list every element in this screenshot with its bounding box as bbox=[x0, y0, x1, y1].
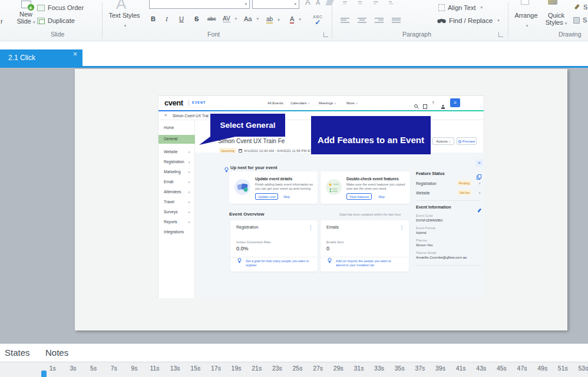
actions-button[interactable]: Actions ∨ bbox=[432, 137, 454, 145]
kebab-menu-icon[interactable]: ⋮ bbox=[308, 225, 313, 230]
grow-font-button[interactable]: A bbox=[305, 0, 310, 6]
tab-notes[interactable]: Notes bbox=[45, 348, 68, 358]
timeline-playhead[interactable] bbox=[41, 371, 47, 377]
numbering-icon[interactable] bbox=[356, 0, 371, 9]
close-icon[interactable]: × bbox=[73, 51, 77, 58]
overview-card-emails: Emails ⋮ Emails Sent 0 Add (or import) t… bbox=[321, 220, 409, 272]
shape-outline-button[interactable]: S bbox=[573, 4, 587, 11]
feature-row-registration[interactable]: Registration Pending ∨ bbox=[416, 180, 482, 187]
duplicate-button[interactable]: Duplicate bbox=[37, 17, 75, 24]
skip-button[interactable]: Skip bbox=[378, 195, 385, 199]
chevron-down-icon: ∨ bbox=[188, 160, 190, 164]
dropdown-icon: ▾ bbox=[33, 20, 35, 24]
spell-check-button[interactable]: ABC ✓ bbox=[313, 13, 323, 25]
nav-calendars[interactable]: Calendars∨ bbox=[290, 101, 310, 105]
bullets-icon[interactable] bbox=[341, 0, 355, 9]
registration-tip-link[interactable]: Set a goal for how many people you want … bbox=[246, 259, 309, 263]
nav-meetings[interactable]: Meetings∨ bbox=[319, 101, 336, 105]
shape-fill-button[interactable]: S bbox=[573, 16, 587, 24]
decrease-indent-icon[interactable] bbox=[371, 0, 386, 9]
clear-formatting-icon[interactable] bbox=[325, 0, 333, 5]
sidebar-item-travel[interactable]: Travel∨ bbox=[158, 198, 195, 207]
quick-styles-button[interactable]: Quick Styles▾ bbox=[543, 12, 569, 27]
chevron-down-icon: ∨ bbox=[188, 170, 190, 174]
shadow-button[interactable]: S bbox=[194, 15, 199, 22]
editor-canvas: cvent | EVENT All Events Calendars∨ Meet… bbox=[0, 68, 588, 343]
tab-states[interactable]: States bbox=[5, 348, 30, 358]
timeline-tick-label: 53s bbox=[573, 365, 588, 372]
update-now-button[interactable]: Update now bbox=[255, 193, 278, 200]
slide-tab-2-1-click[interactable]: 2.1 Click × bbox=[0, 49, 82, 66]
chevron-down-icon: ∨ bbox=[188, 190, 190, 194]
align-right-button[interactable] bbox=[375, 15, 392, 26]
cvent-sidebar: Home General Website∨ Registration∨ Mark… bbox=[158, 120, 195, 298]
timeline-tick-label: 17s bbox=[206, 365, 226, 372]
callout-tail bbox=[194, 135, 242, 145]
font-size-combobox[interactable]: ▾ bbox=[252, 0, 299, 9]
chevron-down-icon[interactable]: ∨ bbox=[478, 181, 481, 185]
timeline-tick-label: 51s bbox=[553, 365, 573, 372]
chevron-down-icon: ∨ bbox=[356, 102, 358, 105]
sidebar-item-email[interactable]: Email∨ bbox=[158, 178, 195, 187]
align-center-button[interactable] bbox=[358, 15, 375, 26]
italic-button[interactable]: I bbox=[166, 15, 168, 22]
strikethrough-button[interactable]: abc bbox=[207, 16, 216, 22]
registration-tip-link-2[interactable]: register bbox=[246, 263, 256, 267]
sidebar-item-marketing[interactable]: Marketing∨ bbox=[158, 168, 195, 177]
character-spacing-button[interactable]: AV▾ bbox=[223, 15, 237, 22]
font-dialog-launcher[interactable] bbox=[323, 32, 328, 37]
align-text-button[interactable]: Align Text ▾ bbox=[438, 4, 483, 11]
new-slide-button[interactable]: + New Slide▾ bbox=[13, 0, 39, 26]
view-features-button[interactable]: View features bbox=[346, 193, 372, 200]
find-replace-button[interactable]: Find / Replace ▾ bbox=[437, 17, 500, 24]
sidebar-item-home[interactable]: Home bbox=[158, 124, 195, 133]
sidebar-item-surveys[interactable]: Surveys∨ bbox=[158, 208, 195, 217]
chevron-down-icon[interactable]: ∨ bbox=[478, 191, 481, 194]
skip-button[interactable]: Skip bbox=[283, 195, 290, 199]
sidebar-item-integrations[interactable]: Integrations bbox=[158, 228, 195, 237]
sidebar-item-attendees[interactable]: Attendees∨ bbox=[158, 188, 195, 197]
sidebar-item-website[interactable]: Website∨ bbox=[158, 148, 195, 157]
preview-button[interactable]: Preview bbox=[457, 137, 477, 145]
sidebar-item-reports[interactable]: Reports∨ bbox=[158, 218, 195, 227]
nav-all-events[interactable]: All Events bbox=[267, 101, 283, 105]
change-case-button[interactable]: Aa▾ bbox=[244, 15, 259, 22]
callout-select-general[interactable]: Select General bbox=[210, 114, 285, 137]
bold-button[interactable]: B bbox=[151, 15, 156, 22]
timeline-tick-label: 43s bbox=[471, 365, 491, 372]
align-left-button[interactable] bbox=[341, 15, 358, 26]
timeline-tick-label: 27s bbox=[308, 365, 328, 372]
feature-row-website[interactable]: Website Not live ∨ bbox=[416, 190, 482, 197]
help-icon[interactable]: ? bbox=[432, 101, 434, 105]
kebab-menu-icon[interactable]: ⋮ bbox=[399, 225, 404, 230]
emails-tip-link[interactable]: Add (or import) the people you want to bbox=[336, 259, 391, 263]
slide-stage[interactable]: cvent | EVENT All Events Calendars∨ Meet… bbox=[75, 69, 567, 330]
highlight-color-button[interactable]: ab▾ bbox=[266, 16, 280, 24]
sidebar-item-general[interactable]: General bbox=[158, 135, 195, 144]
font-color-button[interactable]: A▾ bbox=[290, 15, 301, 24]
shrink-font-button[interactable]: A bbox=[316, 0, 320, 6]
arrange-button[interactable]: Arrange ▾ bbox=[512, 12, 540, 29]
calendar-icon bbox=[239, 149, 242, 153]
emails-tip-link-2[interactable]: attend to your invitation list bbox=[336, 263, 374, 267]
timeline-tick-label: 11s bbox=[144, 365, 165, 372]
increase-indent-icon[interactable] bbox=[387, 0, 401, 9]
sidebar-item-registration[interactable]: Registration∨ bbox=[158, 158, 195, 167]
nav-more[interactable]: More∨ bbox=[346, 101, 358, 105]
arrange-icon bbox=[521, 0, 529, 5]
callout-add-features[interactable]: Add Features to an Event bbox=[311, 116, 431, 154]
underline-button[interactable]: U bbox=[179, 15, 184, 22]
app-switcher-button[interactable]: ≡ bbox=[450, 98, 460, 107]
timeline-ruler[interactable]: 1s3s5s7s9s11s13s15s17s19s21s23s25s27s29s… bbox=[0, 362, 588, 377]
collapse-panel-button[interactable]: » bbox=[475, 160, 483, 167]
edit-icon[interactable] bbox=[477, 205, 482, 216]
justify-button[interactable] bbox=[392, 15, 409, 26]
font-name-combobox[interactable]: ▾ bbox=[149, 0, 250, 9]
text-styles-button[interactable]: Text Styles ▾ bbox=[106, 12, 143, 29]
focus-order-button[interactable]: Focus Order bbox=[37, 4, 84, 11]
card-divider bbox=[321, 257, 409, 257]
paragraph-dialog-launcher[interactable] bbox=[498, 32, 503, 37]
slide-tab-bar: 2.1 Click × bbox=[0, 42, 588, 66]
hamburger-icon[interactable]: ≡ bbox=[164, 113, 167, 117]
planner-value: Simon Yeo bbox=[416, 243, 433, 247]
